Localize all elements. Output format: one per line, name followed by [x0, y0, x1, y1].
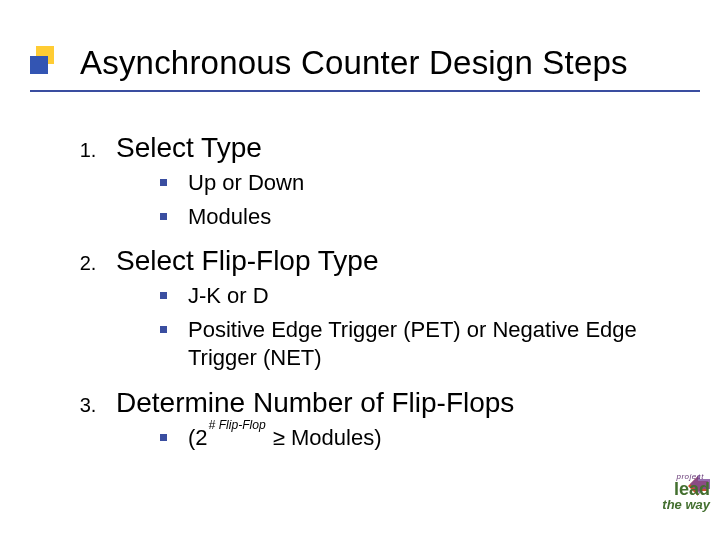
logo-lead: lead: [674, 480, 710, 498]
step-3-sub-1: (2# Flip-Flop ≥ Modules): [160, 424, 690, 453]
slide-title: Asynchronous Counter Design Steps: [80, 44, 700, 82]
step-1-sub-2: Modules: [160, 203, 690, 232]
logo-theway: the way: [662, 498, 710, 511]
slide-title-row: Asynchronous Counter Design Steps: [30, 44, 700, 82]
main-list: Select Type Up or Down Modules Select Fl…: [60, 132, 690, 453]
step-1-label: Select Type: [116, 132, 262, 163]
pltw-logo: project lead the way: [620, 472, 710, 532]
title-underline: [30, 90, 700, 92]
step-3-label: Determine Number of Flip-Flops: [116, 387, 514, 418]
step-1-sub-1: Up or Down: [160, 169, 690, 198]
step-3-sub: (2# Flip-Flop ≥ Modules): [116, 424, 690, 453]
step-3: Determine Number of Flip-Flops (2# Flip-…: [102, 387, 690, 453]
step-1-sub: Up or Down Modules: [116, 169, 690, 231]
formula-exponent: # Flip-Flop: [208, 418, 267, 432]
formula-suffix: ≥ Modules): [267, 425, 382, 450]
step-2-label: Select Flip-Flop Type: [116, 245, 379, 276]
title-decor-icon: [30, 46, 64, 80]
step-2-sub-1: J-K or D: [160, 282, 690, 311]
step-2: Select Flip-Flop Type J-K or D Positive …: [102, 245, 690, 373]
step-1: Select Type Up or Down Modules: [102, 132, 690, 231]
formula-prefix: (2: [188, 425, 208, 450]
content-area: Select Type Up or Down Modules Select Fl…: [60, 132, 690, 467]
step-2-sub-2: Positive Edge Trigger (PET) or Negative …: [160, 316, 690, 373]
step-2-sub: J-K or D Positive Edge Trigger (PET) or …: [116, 282, 690, 373]
